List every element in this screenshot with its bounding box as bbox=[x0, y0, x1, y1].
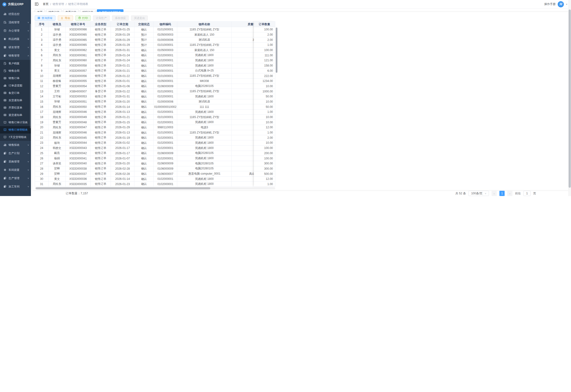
button-label: 导出 bbox=[65, 16, 70, 20]
tab-edit-order[interactable]: 编辑订单 bbox=[80, 9, 96, 12]
plan-production-button[interactable]: 计划生产 bbox=[93, 15, 110, 21]
tab-view-order[interactable]: 查看订单 bbox=[63, 9, 79, 12]
sidebar-item-invoice-settlement[interactable]: 开票结算单 bbox=[0, 104, 31, 112]
table-row[interactable]: 25戴燕XSDD000042销售订单2026-01-17确认0106000009… bbox=[35, 151, 275, 156]
sidebar-item-production-plan[interactable]: 生产计划∨ bbox=[0, 149, 31, 157]
sidebar-item-return-notice[interactable]: 退货通知单 bbox=[0, 112, 31, 119]
sidebar-item-sales-contract[interactable]: 销售合同 bbox=[0, 67, 31, 75]
sidebar-collapse-icon[interactable] bbox=[35, 3, 39, 6]
table-row[interactable]: 1张键XSDD000066销售订单2026-01-25确认01010000011… bbox=[35, 27, 275, 32]
table-cell: 0101000001 bbox=[154, 42, 177, 48]
sidebar-item-production-mgmt[interactable]: 生产管理∨ bbox=[0, 174, 31, 182]
export-button[interactable]: 导出 bbox=[58, 15, 73, 21]
table-row[interactable]: 17屈继辉XSDD000046销售订单2026-01-13确认010200000… bbox=[35, 110, 275, 115]
table-cell: 111 111 bbox=[177, 104, 232, 110]
tab-sales-order[interactable]: 销售订单 bbox=[46, 9, 62, 12]
table-row[interactable]: 22周桂东XSDD000045销售订单2026-01-19确认010200000… bbox=[35, 135, 275, 140]
table-cell: 0105000001 bbox=[154, 79, 177, 84]
table-cell: 0106000009 bbox=[154, 84, 177, 89]
table-cell: 0105000003 bbox=[154, 48, 177, 53]
table-cell: 惠普电脑 computer_0001 bbox=[177, 171, 232, 177]
sidebar-item-7day-delivery[interactable]: 7天交货明细表 bbox=[0, 134, 31, 141]
table-row[interactable]: 11柳星稣XSDD000055销售订单2026-01-01确认010500000… bbox=[35, 79, 275, 84]
table-row[interactable]: 3温学勇XSDD000065销售订单2026-01-29预计0100000006… bbox=[35, 37, 275, 42]
qty-cell: 1.00 bbox=[254, 182, 275, 187]
qty-cell: 300.00 bbox=[254, 161, 275, 166]
table-row[interactable]: 9黄文XSDD000057销售订单2026-01-21确认0100000001台… bbox=[35, 69, 275, 74]
sidebar-item-order-progress[interactable]: 订单进度图 bbox=[0, 82, 31, 89]
buy-sell-button[interactable]: 买进卖出 bbox=[131, 15, 148, 21]
table-cell: 2026-01-22 bbox=[111, 89, 135, 94]
breadcrumb: 首页 / 销售管理 / 销售订单明细表 bbox=[43, 2, 88, 6]
table-cell: 确认 bbox=[135, 120, 154, 125]
sidebar-item-purchase-mgmt[interactable]: 采购管理∨ bbox=[0, 157, 31, 166]
table-cell: 2026-01-29 bbox=[111, 42, 135, 48]
table-row[interactable]: 13王特XSBH000007备货订单2026-01-22确认0101000001… bbox=[35, 89, 275, 94]
breadcrumb-home[interactable]: 首页 bbox=[43, 2, 48, 6]
table-row[interactable]: 10屈继辉XSDD000056销售订单2026-01-22确认010100000… bbox=[35, 73, 275, 79]
tab-sales-order-detail[interactable]: 销售订单明细表 bbox=[97, 9, 123, 12]
table-row[interactable]: 8张键XSDD000058销售订单2026-01-21确认0102000001简… bbox=[35, 63, 275, 69]
sidebar-item-workshop-settings[interactable]: 车间设置∨ bbox=[0, 166, 31, 174]
query-all-button[interactable]: 查询所有 bbox=[35, 15, 55, 21]
table-row[interactable]: 12曹素芳XSDD000054销售订单2026-01-06确认010600000… bbox=[35, 84, 275, 89]
table-row[interactable]: 29贺蝉XSDD000037销售订单2026-02-28确认0106000007… bbox=[35, 171, 275, 177]
sidebar-item-material-files[interactable]: 料品档案∨ bbox=[0, 35, 31, 43]
table-row[interactable]: 6周桂东XSDD000061销售订单2026-01-24确认0102000001… bbox=[35, 53, 275, 58]
table-row[interactable]: 27谈孝笑XSDD000040销售订单2026-01-20确认010600000… bbox=[35, 161, 275, 166]
table-horizontal-scrollbar-thumb[interactable] bbox=[36, 187, 210, 189]
table-cell: 销售订单 bbox=[91, 94, 111, 99]
sidebar-item-shipping-notice[interactable]: 发货通知单 bbox=[0, 97, 31, 104]
sidebar-item-sales-mgmt[interactable]: 销售管理∧ bbox=[0, 52, 31, 60]
qty-cell: 121.00 bbox=[254, 58, 275, 63]
table-row[interactable]: 16周桂东XSDD000050销售订单2026-01-14确认010000000… bbox=[35, 104, 275, 110]
table-vertical-scrollbar[interactable] bbox=[276, 28, 277, 73]
table-row[interactable]: 21屈继辉XSDD000046销售订单2026-01-13确认010100000… bbox=[35, 130, 275, 135]
stock-supply-button[interactable]: 库存供应 bbox=[112, 15, 129, 21]
table-row[interactable]: 4温学勇XSDD000065销售订单2026-01-29预计0101000001… bbox=[35, 42, 275, 48]
table-cell: 简易机柜 1800 bbox=[177, 177, 232, 182]
table-cell: 0102000001 bbox=[154, 63, 177, 69]
breadcrumb-sales-mgmt[interactable]: 销售管理 bbox=[53, 2, 64, 6]
sidebar-item-sales-order-detail[interactable]: 销售订单明细表 bbox=[0, 126, 31, 134]
table-cell: XSDD000056 bbox=[66, 73, 91, 79]
table-row[interactable]: 2温学勇XSDD000065销售订单2026-01-29预计0105000003… bbox=[35, 32, 275, 38]
sidebar-item-process-mgmt[interactable]: 流程管理∨ bbox=[0, 18, 31, 27]
sidebar-item-stock-order[interactable]: 备货订单 bbox=[0, 89, 31, 97]
table-cell: 20 bbox=[35, 125, 48, 130]
table-cell: 12 bbox=[35, 84, 48, 89]
table-horizontal-scrollbar-track[interactable] bbox=[35, 187, 275, 189]
office-icon bbox=[4, 29, 7, 32]
print-button[interactable]: 打印 bbox=[75, 15, 91, 21]
sidebar-item-rd-mgmt[interactable]: 研发管理∨ bbox=[0, 43, 31, 52]
table-row[interactable]: 30黄文XSDD000036销售订单2026-01-14确认0102000001… bbox=[35, 177, 275, 182]
table-cell: 2026-01-13 bbox=[111, 110, 135, 115]
table-row[interactable]: 31周桂东XSDD000035销售订单2026-01-23确认010200000… bbox=[35, 182, 275, 187]
sidebar-item-customer-files[interactable]: 客户档案 bbox=[0, 60, 31, 67]
table-row[interactable]: 15张键XSDD000051销售订单2026-01-20确认0100000006… bbox=[35, 99, 275, 105]
table-row[interactable]: 24韩静文XSDD000043销售订单2026-01-17确认010200000… bbox=[35, 146, 275, 151]
sidebar-scrollbar[interactable] bbox=[30, 24, 31, 128]
sidebar-item-business-overview[interactable]: 经营总控 bbox=[0, 10, 31, 18]
table-row[interactable]: 5黄文XSDD000062销售订单2026-01-31确认0105000003家… bbox=[35, 48, 275, 53]
table-cell: XSDD000053 bbox=[66, 94, 91, 99]
sidebar-item-sales-order-plan[interactable]: 销售订单计划表 bbox=[0, 119, 31, 126]
sidebar-item-processing-workshop[interactable]: 加工车间∨ bbox=[0, 182, 31, 191]
table-cell: 王特 bbox=[48, 89, 66, 94]
table-row[interactable]: 20周桂东XSDD000047销售订单2026-01-29确认998011000… bbox=[35, 125, 275, 130]
table-row[interactable]: 26杨娟XSDD000041销售订单2026-01-07确认0102000001… bbox=[35, 156, 275, 161]
table-cell: XSDD000035 bbox=[66, 182, 91, 187]
tab-home[interactable]: 首页 bbox=[35, 9, 45, 12]
table-row[interactable]: 28贺蝉XSDD000038销售订单2026-02-28确认0106000009… bbox=[35, 166, 275, 171]
table-cell: 1 bbox=[35, 27, 48, 32]
table-cell: 0100000001 bbox=[154, 69, 177, 74]
sidebar-item-sales-order[interactable]: 销售订单 bbox=[0, 75, 31, 82]
table-row[interactable]: 18周桂东XSDD000049销售订单2026-01-21确认010100000… bbox=[35, 115, 275, 120]
sidebar-item-sales-report[interactable]: 销售报表∨ bbox=[0, 141, 31, 149]
table-row[interactable]: 14王守彬XSDD000053销售订单2026-01-31确认010200000… bbox=[35, 94, 275, 99]
table-row[interactable]: 7周桂东XSDD000060销售订单2026-01-24确认0102000001… bbox=[35, 58, 275, 63]
table-cell: 23 bbox=[35, 140, 48, 146]
table-row[interactable]: 19曹素芳XSDD000048销售订单2026-01-15确认010200000… bbox=[35, 120, 275, 125]
sidebar-item-office-mgmt[interactable]: 办公管理∨ bbox=[0, 27, 31, 35]
table-row[interactable]: 23杨琦XSDD000044销售订单2026-01-02确认0102000001… bbox=[35, 140, 275, 146]
